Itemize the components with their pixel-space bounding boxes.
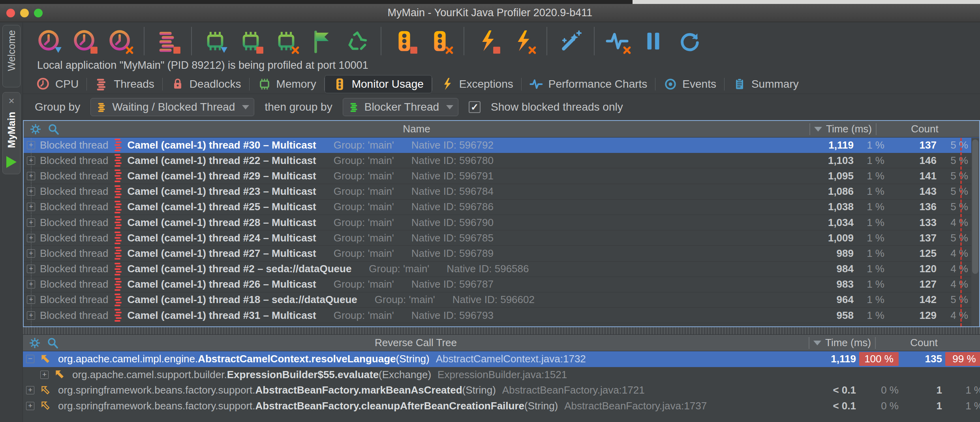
memory-allocation-stop-icon[interactable] [238, 29, 263, 53]
window-titlebar[interactable]: MyMain - YourKit Java Profiler 2020.9-b4… [0, 4, 980, 22]
count-value: 136 [890, 201, 937, 213]
row-values: 1,034 1 % 133 4 % [809, 215, 973, 230]
thread-name: Camel (camel-1) thread #29 – Multicast [127, 170, 316, 182]
blocked-thread-row[interactable]: + Blocked thread Camel (camel-1) thread … [24, 153, 979, 168]
tab-summary[interactable]: Summary [725, 75, 807, 93]
minimize-window-button[interactable] [20, 9, 29, 17]
name-column-header[interactable]: Name [24, 123, 809, 135]
cpu-profiling-start-icon[interactable] [37, 29, 62, 53]
blocked-thread-row[interactable]: + Blocked thread Camel (camel-1) thread … [24, 308, 979, 323]
telemetry-clear-icon[interactable] [606, 29, 630, 53]
call-tree-title[interactable]: Reverse Call Tree [23, 337, 809, 349]
call-tree-row[interactable]: + org.apache.camel.support.builder.Expre… [23, 367, 980, 383]
tab-performance-charts[interactable]: Performance Charts [522, 75, 655, 93]
count-percent: 4 % [937, 263, 971, 275]
blocked-thread-row[interactable]: + Blocked thread Camel (camel-1) thread … [24, 168, 979, 184]
monitor-profiling-stop-icon[interactable] [392, 29, 417, 53]
profiling-status-text: Local application "MyMain" (PID 89212) i… [37, 59, 368, 72]
cpu-profiling-clear-icon[interactable] [108, 29, 133, 53]
time-percent: 1 % [854, 139, 890, 151]
tab-events[interactable]: Events [655, 75, 724, 93]
monitor-table-rows: + Blocked thread Camel (camel-1) thread … [24, 138, 979, 323]
row-values: 989 1 % 125 4 % [809, 246, 973, 261]
row-values: 984 1 % 120 4 % [809, 262, 973, 277]
memory-snapshot-icon[interactable] [203, 29, 227, 53]
tree-guide-line [31, 138, 32, 326]
tab-label: Performance Charts [548, 78, 648, 90]
thread-name: Camel (camel-1) thread #30 – Multicast [127, 139, 316, 151]
pause-icon[interactable] [641, 29, 666, 53]
tab-threads[interactable]: Threads [87, 75, 162, 93]
thread-group: Group: 'main' [334, 247, 394, 260]
thread-telemetry-stop-icon[interactable] [156, 29, 180, 53]
tab-monitor-usage[interactable]: Monitor Usage [325, 75, 432, 93]
refresh-icon[interactable] [677, 29, 701, 53]
group-by-dropdown[interactable]: Waiting / Blocked Thread [90, 98, 254, 116]
blocked-thread-row[interactable]: + Blocked thread Camel (camel-1) thread … [24, 246, 979, 261]
time-value: 1,086 [809, 185, 854, 198]
blocked-thread-row[interactable]: + Blocked thread Camel (camel-1) thread … [24, 200, 979, 215]
exception-profiling-clear-icon[interactable] [511, 29, 535, 53]
close-window-button[interactable] [6, 9, 15, 17]
scrollbar-thumb[interactable] [972, 139, 978, 274]
call-tree-row[interactable]: + org.springframework.beans.factory.supp… [23, 382, 980, 398]
blocker-thread-icon [348, 101, 360, 113]
time-value: 983 [809, 278, 854, 290]
close-session-icon[interactable]: × [8, 92, 14, 107]
time-column-header[interactable]: Time (ms) [809, 337, 875, 349]
tab-deadlocks[interactable]: Deadlocks [163, 75, 249, 93]
count-column-header[interactable]: Count [876, 337, 972, 349]
force-gc-icon[interactable] [345, 29, 370, 53]
exception-profiling-stop-icon[interactable] [475, 29, 500, 53]
set-flag-icon[interactable] [310, 29, 334, 53]
row-values: 1,086 1 % 143 5 % [809, 184, 973, 199]
monitor-table-scrollbar[interactable] [971, 138, 979, 326]
blocked-thread-row[interactable]: + Blocked thread Camel (camel-1) thread … [24, 138, 979, 153]
blocked-thread-row[interactable]: + Blocked thread Camel (camel-1) thread … [24, 230, 979, 246]
inspections-wand-icon[interactable] [558, 29, 583, 53]
time-percent: 1 % [854, 185, 890, 198]
count-value: 137 [890, 139, 937, 151]
expand-icon[interactable]: + [26, 386, 34, 394]
sidebar-tab-mymain[interactable]: × MyMain [2, 92, 21, 174]
thread-group: Group: 'main' [334, 154, 394, 167]
source-location: ExpressionBuilder.java:1521 [437, 369, 567, 381]
row-prefix: Blocked thread [40, 170, 108, 182]
tab-exceptions[interactable]: Exceptions [432, 75, 521, 93]
expand-icon[interactable]: + [40, 371, 49, 379]
count-percent: 1 % [945, 400, 980, 412]
row-values: 1,103 1 % 146 5 % [809, 153, 973, 168]
tab-label: Monitor Usage [352, 78, 424, 90]
zoom-window-button[interactable] [34, 9, 43, 17]
expand-icon[interactable]: + [26, 402, 34, 410]
time-column-header[interactable]: Time (ms) [810, 123, 876, 135]
blocked-thread-row[interactable]: + Blocked thread Camel (camel-1) thread … [24, 184, 979, 200]
thread-native-id: Native ID: 596791 [411, 170, 494, 182]
count-column-header[interactable]: Count [877, 123, 973, 135]
thread-group: Group: 'main' [334, 139, 394, 151]
show-blocked-threads-checkbox[interactable]: ✓ [469, 101, 481, 113]
then-group-by-dropdown[interactable]: Blocker Thread [343, 98, 458, 116]
blocked-thread-row[interactable]: + Blocked thread Camel (camel-1) thread … [24, 292, 979, 308]
view-tabbar: CPUThreadsDeadlocks MemoryMonitor UsageE… [23, 74, 980, 94]
blocked-thread-row[interactable]: + Blocked thread Camel (camel-1) thread … [24, 277, 979, 292]
then-group-by-label: then group by [265, 101, 332, 113]
blocked-thread-icon [115, 263, 122, 275]
row-values: 1,009 1 % 137 5 % [809, 230, 973, 245]
call-tree-row[interactable]: − org.apache.camel.impl.engine.AbstractC… [23, 351, 980, 367]
expand-icon[interactable]: − [26, 355, 34, 363]
panel-splitter-handle[interactable] [23, 327, 980, 334]
traffic-lights [6, 9, 43, 17]
blocked-thread-row[interactable]: + Blocked thread Camel (camel-1) thread … [24, 215, 979, 230]
tab-memory[interactable]: Memory [250, 75, 324, 93]
memory-allocation-clear-icon[interactable] [274, 29, 299, 53]
cpu-profiling-stop-icon[interactable] [73, 29, 97, 53]
call-tree-row[interactable]: + org.springframework.beans.factory.supp… [23, 398, 980, 414]
count-value: 133 [890, 217, 937, 229]
monitor-profiling-clear-icon[interactable] [428, 29, 452, 53]
thread-name: Camel (camel-1) thread #25 – Multicast [127, 201, 316, 213]
count-value: 129 [890, 309, 937, 322]
blocked-thread-row[interactable]: + Blocked thread Camel (camel-1) thread … [24, 262, 979, 277]
sidebar-tab-welcome[interactable]: Welcome [2, 25, 21, 87]
tab-cpu[interactable]: CPU [28, 75, 86, 93]
